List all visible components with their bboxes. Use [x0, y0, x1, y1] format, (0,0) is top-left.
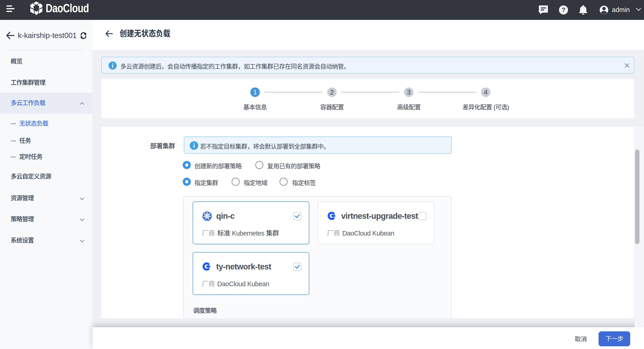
svg-text:?: ?: [562, 6, 565, 13]
